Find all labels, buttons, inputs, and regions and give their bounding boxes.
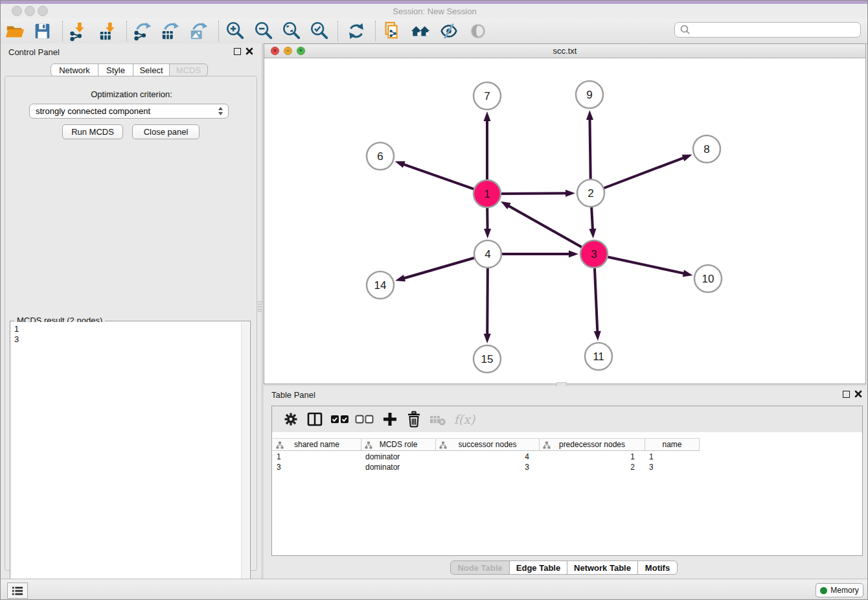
add-column-icon[interactable] bbox=[380, 409, 400, 430]
refresh-layout-icon[interactable] bbox=[345, 19, 368, 43]
memory-button[interactable]: Memory bbox=[816, 583, 863, 597]
graph-edge[interactable] bbox=[402, 164, 475, 190]
column-header-mcds-role[interactable]: MCDS role bbox=[361, 439, 436, 450]
zoom-out-icon[interactable] bbox=[252, 19, 275, 43]
toolbar-separator bbox=[337, 21, 338, 41]
graph-edge[interactable] bbox=[589, 118, 590, 181]
open-folder-icon[interactable] bbox=[3, 19, 27, 43]
splitter-grip[interactable] bbox=[257, 301, 262, 312]
delete-column-icon[interactable] bbox=[404, 409, 424, 430]
search-input[interactable] bbox=[692, 25, 860, 35]
export-table-icon[interactable] bbox=[159, 19, 182, 43]
table-panel-title: Table Panel bbox=[271, 390, 315, 400]
mcds-result-text[interactable]: 1 3 bbox=[11, 322, 242, 600]
cell-shared-name[interactable]: 3 bbox=[273, 462, 361, 472]
optimization-criterion-label: Optimization criterion: bbox=[1, 89, 262, 99]
zoom-fit-icon[interactable] bbox=[280, 19, 303, 43]
tab-motifs[interactable]: Motifs bbox=[637, 560, 678, 575]
cell-predecessor-nodes[interactable]: 2 bbox=[540, 462, 645, 472]
cell-name[interactable]: 1 bbox=[645, 452, 700, 462]
task-history-button[interactable] bbox=[7, 583, 28, 599]
column-label: successor nodes bbox=[458, 440, 516, 449]
minimize-window-icon[interactable] bbox=[25, 6, 35, 16]
graph-node-label: 2 bbox=[588, 187, 593, 200]
table-row[interactable]: 3 dominator 3 2 3 bbox=[273, 462, 700, 472]
graph-edge[interactable] bbox=[595, 266, 598, 333]
chevron-up-down-icon bbox=[218, 106, 223, 116]
cell-successor-nodes[interactable]: 4 bbox=[436, 452, 540, 462]
graph-edge[interactable] bbox=[602, 157, 685, 189]
cell-mcds-role[interactable]: dominator bbox=[361, 452, 436, 462]
table-toolbar: f(x) bbox=[272, 406, 862, 432]
graph-edge-arrowhead bbox=[682, 155, 692, 161]
criterion-value: strongly connected component bbox=[36, 106, 150, 116]
select-all-icon[interactable] bbox=[330, 409, 350, 430]
application-window: Session: New Session bbox=[0, 0, 868, 600]
tab-network-table[interactable]: Network Table bbox=[567, 560, 638, 575]
close-panel-icon[interactable] bbox=[245, 47, 254, 56]
graph-edge-arrowhead bbox=[484, 111, 491, 121]
table-row[interactable]: 1 dominator 4 1 1 bbox=[273, 452, 700, 462]
float-panel-icon[interactable] bbox=[234, 48, 241, 55]
column-header-successor-nodes[interactable]: successor nodes bbox=[436, 439, 540, 450]
network-close-icon[interactable]: × bbox=[271, 47, 279, 55]
table-settings-icon[interactable] bbox=[280, 409, 301, 430]
tab-style[interactable]: Style bbox=[98, 63, 133, 76]
zoom-window-icon[interactable] bbox=[38, 6, 48, 16]
graph-node-label: 9 bbox=[586, 89, 592, 101]
result-scrollbar[interactable] bbox=[241, 322, 249, 600]
save-session-icon[interactable] bbox=[30, 19, 54, 43]
network-minimize-icon[interactable]: − bbox=[284, 47, 292, 55]
network-window-titlebar[interactable]: × − + scc.txt bbox=[264, 44, 865, 58]
network-view-window: × − + scc.txt 7968124314101511 bbox=[264, 43, 866, 384]
function-builder-icon-disabled: f(x) bbox=[451, 409, 478, 430]
export-network-icon[interactable] bbox=[131, 19, 154, 43]
graph-edge[interactable] bbox=[403, 257, 476, 279]
tab-network[interactable]: Network bbox=[51, 63, 98, 76]
home-icon[interactable] bbox=[409, 19, 433, 43]
table-float-panel-icon[interactable] bbox=[843, 391, 850, 398]
cell-shared-name[interactable]: 1 bbox=[273, 452, 361, 462]
cell-successor-nodes[interactable]: 3 bbox=[436, 462, 540, 472]
new-network-from-selection-icon[interactable] bbox=[381, 19, 404, 43]
list-icon bbox=[11, 585, 24, 597]
cell-mcds-role[interactable]: dominator bbox=[361, 462, 436, 472]
graph-edge[interactable] bbox=[591, 205, 593, 231]
graph-edge-arrowhead bbox=[395, 161, 405, 168]
tab-node-table[interactable]: Node Table bbox=[450, 560, 510, 575]
node-table-container: f(x) shared name MCDS role successor nod… bbox=[271, 406, 863, 556]
tab-edge-table[interactable]: Edge Table bbox=[509, 560, 567, 575]
column-header-predecessor-nodes[interactable]: predecessor nodes bbox=[540, 439, 645, 450]
graph-edge[interactable] bbox=[499, 193, 567, 194]
table-header-row: shared name MCDS role successor nodes pr… bbox=[273, 438, 700, 451]
zoom-in-icon[interactable] bbox=[223, 19, 247, 43]
deselect-all-icon[interactable] bbox=[354, 409, 375, 430]
toolbar-separator bbox=[126, 21, 127, 41]
search-field[interactable] bbox=[674, 22, 861, 38]
tab-mcds[interactable]: MCDS bbox=[169, 63, 208, 76]
graph-edge[interactable] bbox=[487, 266, 488, 336]
column-browser-icon[interactable] bbox=[304, 409, 325, 430]
close-panel-button[interactable]: Close panel bbox=[132, 124, 200, 139]
export-image-icon[interactable] bbox=[187, 19, 211, 43]
import-table-icon[interactable] bbox=[97, 19, 120, 43]
run-mcds-button[interactable]: Run MCDS bbox=[62, 124, 123, 139]
graph-node-label: 14 bbox=[374, 279, 387, 292]
import-network-icon[interactable] bbox=[66, 19, 89, 43]
cell-name[interactable]: 3 bbox=[645, 462, 700, 472]
cell-predecessor-nodes[interactable]: 1 bbox=[540, 452, 645, 462]
network-maximize-icon[interactable]: + bbox=[297, 47, 305, 55]
column-header-shared-name[interactable]: shared name bbox=[273, 439, 361, 450]
graph-edge[interactable] bbox=[507, 205, 583, 248]
zoom-selected-icon[interactable] bbox=[308, 19, 331, 43]
criterion-select[interactable]: strongly connected component bbox=[29, 104, 229, 119]
show-hide-graphics-icon[interactable] bbox=[437, 19, 461, 43]
tab-select[interactable]: Select bbox=[133, 63, 170, 76]
table-close-panel-icon[interactable] bbox=[854, 389, 863, 398]
column-header-name[interactable]: name bbox=[645, 439, 700, 450]
close-window-icon[interactable] bbox=[12, 6, 22, 16]
network-graph-canvas[interactable]: 7968124314101511 bbox=[264, 58, 865, 384]
graph-edge[interactable] bbox=[606, 257, 685, 273]
main-toolbar bbox=[1, 19, 868, 44]
control-panel-header: Control Panel bbox=[1, 43, 262, 60]
